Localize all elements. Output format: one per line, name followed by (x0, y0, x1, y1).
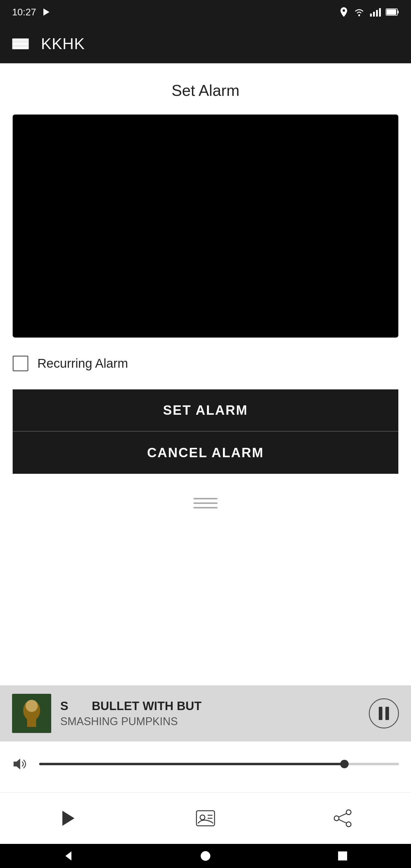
now-playing-bar: S BULLET WITH BUT SMASHING PUMPKINS (0, 685, 411, 741)
artist-name: SMASHING PUMPKINS (60, 715, 360, 728)
controls-bar (0, 747, 411, 781)
home-icon (199, 850, 212, 862)
drag-handle (193, 498, 218, 508)
bottom-nav (0, 792, 411, 844)
svg-line-23 (339, 813, 347, 817)
play-nav-icon (58, 808, 79, 829)
wifi-icon (353, 7, 365, 17)
drag-line-3 (193, 507, 218, 508)
alarm-display[interactable] (13, 115, 398, 338)
progress-fill (39, 763, 345, 765)
play-indicator-icon (41, 7, 52, 18)
system-nav-bar (0, 844, 411, 868)
recurring-alarm-row: Recurring Alarm (13, 355, 398, 371)
svg-point-2 (358, 14, 360, 16)
svg-rect-8 (387, 9, 396, 15)
share-icon (332, 808, 353, 829)
album-art (12, 694, 51, 733)
battery-icon (386, 8, 399, 16)
svg-point-26 (201, 851, 210, 861)
set-alarm-button[interactable]: SET ALARM (13, 390, 398, 432)
back-button[interactable] (58, 845, 79, 867)
volume-icon (12, 756, 30, 772)
svg-rect-3 (370, 13, 372, 17)
status-bar: 10:27 (0, 0, 411, 24)
menu-button[interactable] (12, 38, 29, 50)
recurring-alarm-label: Recurring Alarm (37, 356, 128, 371)
song-info: S BULLET WITH BUT SMASHING PUMPKINS (60, 699, 360, 728)
contact-nav-button[interactable] (189, 802, 222, 835)
pause-bar-right (385, 707, 389, 720)
drag-line-1 (193, 498, 218, 499)
svg-point-22 (334, 816, 339, 821)
app-header: KKHK (0, 24, 411, 63)
status-bar-left: 10:27 (12, 7, 52, 18)
volume-svg (12, 756, 30, 772)
drag-line-2 (193, 502, 218, 504)
album-art-image (12, 694, 51, 733)
hamburger-line-2 (13, 43, 28, 44)
svg-point-20 (346, 810, 351, 815)
back-icon (62, 850, 74, 862)
pause-button[interactable] (369, 698, 399, 728)
pause-icon (379, 707, 389, 720)
recents-button[interactable] (332, 845, 353, 867)
home-button[interactable] (195, 845, 216, 867)
status-bar-right (339, 7, 399, 18)
svg-rect-9 (398, 10, 399, 13)
svg-point-21 (346, 822, 351, 827)
svg-point-17 (200, 815, 205, 820)
recents-icon (337, 850, 349, 862)
progress-bar[interactable] (39, 763, 399, 765)
svg-point-1 (343, 9, 345, 12)
song-title: S BULLET WITH BUT (60, 699, 360, 713)
song-title-text: S BULLET WITH BUT (60, 699, 201, 712)
svg-rect-6 (379, 8, 381, 17)
svg-marker-15 (62, 811, 74, 826)
svg-rect-27 (338, 851, 347, 861)
svg-marker-25 (65, 851, 71, 861)
svg-marker-0 (43, 8, 50, 16)
progress-dot (340, 760, 349, 768)
app-title: KKHK (41, 35, 85, 53)
share-nav-button[interactable] (326, 802, 359, 835)
time-display: 10:27 (12, 7, 36, 18)
contact-icon (195, 808, 216, 829)
signal-icon (370, 7, 381, 17)
svg-rect-4 (373, 12, 375, 17)
hamburger-line-3 (13, 47, 28, 49)
location-icon (339, 7, 348, 18)
svg-line-24 (339, 819, 347, 823)
recurring-alarm-checkbox[interactable] (13, 355, 28, 371)
play-nav-button[interactable] (52, 802, 85, 835)
svg-rect-5 (376, 10, 378, 17)
hamburger-line-1 (13, 39, 28, 40)
svg-point-12 (26, 700, 38, 712)
cancel-alarm-button[interactable]: CANCEL ALARM (13, 432, 398, 474)
main-content: Set Alarm Recurring Alarm SET ALARM CANC… (0, 63, 411, 521)
page-title: Set Alarm (171, 82, 239, 99)
pause-bar-left (379, 707, 382, 720)
action-buttons: SET ALARM CANCEL ALARM (13, 390, 398, 474)
svg-rect-13 (27, 715, 36, 727)
svg-marker-14 (13, 758, 20, 770)
album-art-svg (12, 694, 51, 733)
